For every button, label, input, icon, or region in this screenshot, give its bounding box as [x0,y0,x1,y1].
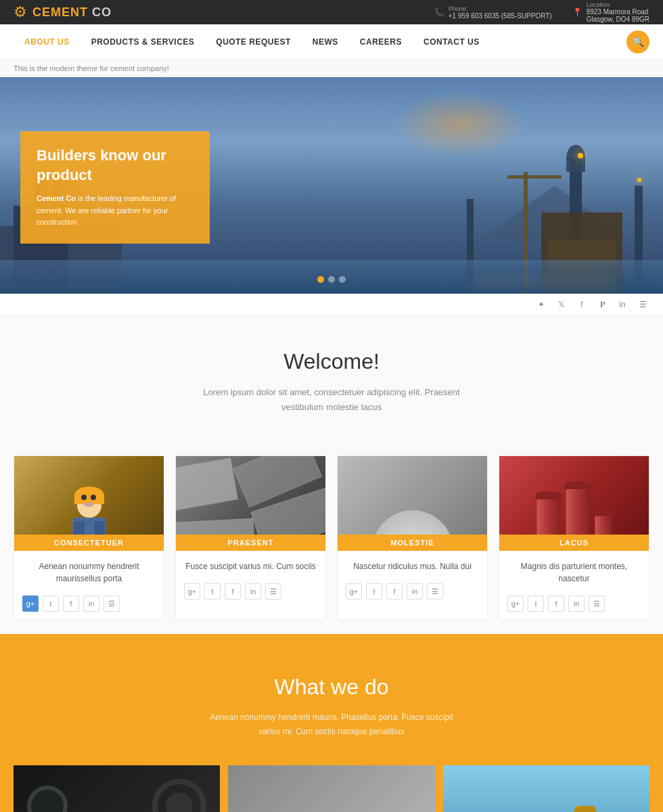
card-image-4: LACUS [499,456,649,551]
tank-top [564,481,591,489]
nav-links: ABOUT US PRODUCTS & SERVICES QUOTE REQUE… [14,24,490,60]
nav-careers[interactable]: CAREERS [349,24,413,60]
card-label-3: MOLESTIE [338,535,487,551]
sinaweibo-icon[interactable]: ✦ [534,298,548,311]
card-body-4: Magnis dis parturient montes, nascetur [499,551,649,590]
hero-title: Builders know our product [37,146,193,185]
card-image-2: PRAESENT [176,456,325,551]
card-body-2: Fusce suscipit varius mi. Cum sociis [176,551,325,578]
worker-visual [72,493,106,531]
light [637,178,641,182]
card-2: PRAESENT Fusce suscipit varius mi. Cum s… [175,455,326,621]
gear-icon: ⚙ [14,3,27,21]
brand-name: CEMENT CO [32,5,112,20]
search-button[interactable]: 🔍 [626,30,649,53]
rss-icon[interactable]: ☰ [589,595,605,612]
card-4: LACUS Magnis dis parturient montes, nasc… [499,455,649,621]
wwd-item-2[interactable] [228,765,434,812]
twitter-icon[interactable]: t [204,583,221,600]
nav-quote[interactable]: QUOTE REQUEST [205,24,302,60]
card-body-3: Nascetur ridiculus mus. Nulla dui [338,551,487,578]
hero-dots [317,276,346,283]
nav-item: NEWS [302,24,349,60]
nav-item: PRODUCTS & SERVICES [81,24,206,60]
google-plus-icon[interactable]: g+ [22,595,39,612]
top-bar: ⚙ CEMENT CO 📞 Phone: +1 959 603 6035 (58… [0,0,663,24]
card-label-4: LACUS [499,535,649,551]
card-label-2: PRAESENT [176,535,325,551]
wwd-grid: Praesent vestibulum Lorem ipsum dolor si… [14,765,649,812]
welcome-section: Welcome! Lorem ipsum dolor sit amet, con… [0,315,663,442]
wwd-item-3[interactable] [443,765,649,812]
facebook-icon[interactable]: f [548,595,564,612]
wwd-title: What we do [14,675,649,700]
twitter-icon[interactable]: 𝕏 [555,298,568,311]
what-we-do-section: What we do Aenean nonummy hendrerit maur… [0,634,663,812]
silos-visual [575,806,636,812]
rss-icon[interactable]: ☰ [265,583,281,600]
nav-item: CONTACT US [413,24,490,60]
hero-overlay: Builders know our product Cement Co is t… [20,131,210,244]
phone-info: 📞 Phone: +1 959 603 6035 (585-SUPPORT) [434,5,552,20]
nav-about[interactable]: ABOUT US [14,24,81,60]
nav-products[interactable]: PRODUCTS & SERVICES [81,24,206,60]
dot-3[interactable] [339,276,346,283]
wwd-bg-3 [443,765,649,812]
contact-details: 📞 Phone: +1 959 603 6035 (585-SUPPORT) 📍… [434,1,649,23]
nav-contact[interactable]: CONTACT US [413,24,490,60]
linkedin-icon[interactable]: in [407,583,423,600]
google-plus-icon[interactable]: g+ [507,595,524,612]
dot-2[interactable] [328,276,335,283]
google-plus-icon[interactable]: g+ [346,583,362,600]
nav-news[interactable]: NEWS [302,24,349,60]
google-plus-icon[interactable]: g+ [184,583,200,600]
tank-top [593,508,613,516]
facebook-icon[interactable]: f [386,583,403,600]
dot-1[interactable] [317,276,324,283]
card-social-4: g+ t f in ☰ [499,590,649,620]
social-bar: ✦ 𝕏 f 𝐏 in ☰ [0,294,663,315]
pinterest-icon[interactable]: 𝐏 [595,298,609,311]
wwd-item-1[interactable]: Praesent vestibulum Lorem ipsum dolor si… [14,765,220,812]
linkedin-icon[interactable]: in [245,583,261,600]
rss-icon[interactable]: ☰ [636,298,649,311]
facebook-icon[interactable]: f [225,583,241,600]
nav-item: QUOTE REQUEST [205,24,302,60]
nav-item: ABOUT US [14,24,81,60]
main-nav: ABOUT US PRODUCTS & SERVICES QUOTE REQUE… [0,24,663,60]
wwd-subtitle: Aenean nonummy hendrerit mauris. Phasell… [203,710,460,738]
tank-top [535,491,562,499]
rss-icon[interactable]: ☰ [104,595,120,612]
overlay [14,765,220,812]
cards-section: CONSECTETUER Aenean nonummy hendrerit ma… [0,442,663,634]
hero-section: Builders know our product Cement Co is t… [0,77,663,294]
location-icon: 📍 [572,7,582,17]
rss-icon[interactable]: ☰ [427,583,443,600]
light [578,153,583,158]
phone-icon: 📞 [434,7,444,17]
card-image-3: MOLESTIE [338,456,487,551]
card-label-1: CONSECTETUER [14,535,164,551]
twitter-icon[interactable]: t [366,583,382,600]
twitter-icon[interactable]: t [43,595,59,612]
card-body-1: Aenean nonummy hendrerit maurissellus po… [14,551,164,590]
facebook-icon[interactable]: f [63,595,79,612]
hero-description: Cement Co is the leading manufacturer of… [37,193,193,229]
card-social-1: g+ t f in ☰ [14,590,164,620]
linkedin-icon[interactable]: in [568,595,585,612]
twitter-icon[interactable]: t [528,595,544,612]
welcome-body: Lorem ipsum dolor sit amet, consectetuer… [196,385,467,415]
news-ticker: This is the modern theme for cement comp… [0,60,663,77]
facebook-icon[interactable]: f [575,298,589,311]
linkedin-icon[interactable]: in [83,595,99,612]
linkedin-icon[interactable]: in [616,298,629,311]
location-info: 📍 Location: 8923 Marmora Road Glasgow, D… [572,1,649,23]
card-image-1: CONSECTETUER [14,456,164,551]
card-3: MOLESTIE Nascetur ridiculus mus. Nulla d… [337,455,488,621]
card-social-3: g+ t f in ☰ [338,578,487,608]
card-1: CONSECTETUER Aenean nonummy hendrerit ma… [14,455,164,621]
cards-grid: CONSECTETUER Aenean nonummy hendrerit ma… [14,455,649,621]
nav-item: CAREERS [349,24,413,60]
logo[interactable]: ⚙ CEMENT CO [14,3,112,21]
welcome-title: Welcome! [14,349,649,374]
